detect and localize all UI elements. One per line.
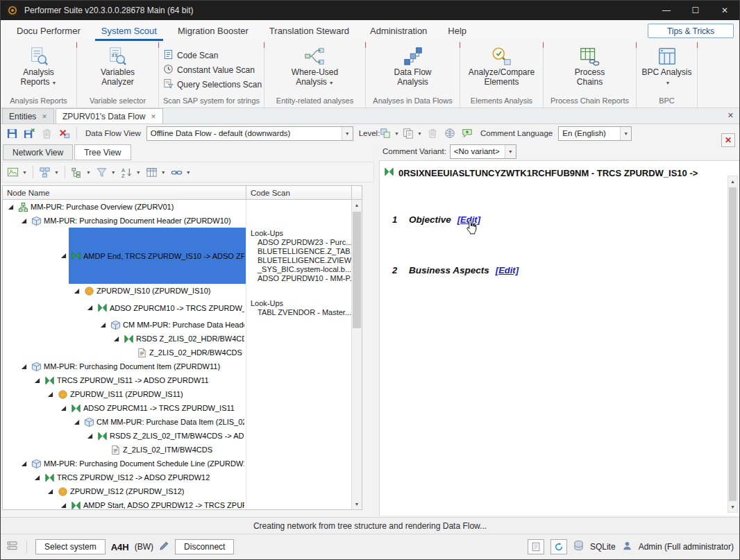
tree-row[interactable]: TRCS ZPURDW_IS12 -> ADSO ZPURDW12 <box>3 470 351 484</box>
tab-docu-performer[interactable]: Docu Performer <box>6 20 91 41</box>
scroll-up-icon[interactable]: ▲ <box>728 176 737 187</box>
scroll-down-icon[interactable]: ▼ <box>728 502 737 512</box>
expand-arrow-icon[interactable] <box>85 305 95 311</box>
where-used-analysis-button[interactable]: Where-Used Analysis▼ <box>287 43 342 88</box>
tree-row[interactable]: CM MM-PUR: Purchase Data Item (2LIS_02_I… <box>3 415 351 429</box>
expand-arrow-icon[interactable] <box>85 433 95 439</box>
link-mode-icon[interactable]: ▼ <box>169 164 193 180</box>
expand-arrow-icon[interactable] <box>98 322 108 328</box>
tree-options-icon[interactable]: ▼ <box>69 164 93 180</box>
sort-icon[interactable]: AZ▼ <box>119 164 143 180</box>
clear-dataflow-icon[interactable] <box>56 126 72 141</box>
delete-icon[interactable] <box>39 126 54 141</box>
filter-icon[interactable]: ▼ <box>94 164 118 180</box>
delete-comment-icon[interactable] <box>425 126 440 141</box>
comment-variant-select[interactable]: <No variant> ▼ <box>450 144 516 159</box>
tab-administration[interactable]: Administration <box>360 20 437 41</box>
save-all-icon[interactable] <box>22 126 37 141</box>
process-chains-button[interactable]: Process Chains <box>571 43 609 87</box>
layout-icon[interactable]: ▼ <box>37 164 61 180</box>
analyze-compare-elements-button[interactable]: Analyze/Compare Elements <box>464 43 539 87</box>
data-flow-view-select[interactable]: Offline Data Flow - default (downwards) … <box>146 126 353 141</box>
tab-migration-booster[interactable]: Migration Booster <box>167 20 259 41</box>
expand-arrow-icon[interactable] <box>19 218 29 224</box>
tree-scrollbar[interactable]: ▲ ▼ <box>351 200 362 509</box>
expand-arrow-icon[interactable] <box>58 253 69 259</box>
tab-network-view[interactable]: Network View <box>3 144 73 160</box>
scroll-down-icon[interactable]: ▼ <box>352 499 362 509</box>
tree-row[interactable]: AMDP Start, ADSO ZPURDW12 -> TRCS ZPURDW… <box>3 498 351 509</box>
tab-zpurv01-data-flow[interactable]: ZPURV01's Data Flow ✕ <box>56 108 163 124</box>
tree-row[interactable]: Z_2LIS_02_HDR/BW4CDS <box>3 346 351 359</box>
tree-row[interactable]: ADSO ZPURCM10 -> TRCS ZPURDW_IS10Look-Up… <box>3 298 351 318</box>
query-selections-scan-button[interactable]: Query Selections Scan <box>159 77 266 92</box>
expand-arrow-icon[interactable] <box>19 364 29 370</box>
tab-tree-view[interactable]: Tree View <box>74 144 131 160</box>
tree-row[interactable]: AMDP End, TRCS ZPURDW_IS10 -> ADSO ZPURD… <box>3 228 351 284</box>
tree-row[interactable]: MM-PUR: Purchasing Document Schedule Lin… <box>3 457 351 470</box>
tree-row[interactable]: RSDS Z_2LIS_02_ITM/BW4CDS -> ADSO <box>3 429 351 443</box>
tab-translation-steward[interactable]: Translation Steward <box>259 20 360 41</box>
constant-value-scan-button[interactable]: Constant Value Scan <box>159 62 259 77</box>
display-mode-icon[interactable]: ▼ <box>379 126 400 141</box>
column-header-code-scan[interactable]: Code Scan <box>246 186 351 199</box>
comment-language-select[interactable]: En (English) ▼ <box>558 126 632 141</box>
close-tab-icon[interactable]: ✕ <box>42 113 47 120</box>
expand-arrow-icon[interactable] <box>19 461 29 467</box>
scroll-thumb[interactable] <box>353 212 361 328</box>
expand-arrow-icon[interactable] <box>58 502 69 509</box>
expand-arrow-icon[interactable] <box>6 204 16 210</box>
history-icon[interactable] <box>442 126 457 141</box>
tree-row[interactable]: Z_2LIS_02_ITM/BW4CDS <box>3 443 351 457</box>
minimize-icon[interactable]: — <box>652 1 681 20</box>
section-number: 1 <box>392 214 409 225</box>
log-report-button[interactable] <box>528 539 544 554</box>
column-header-node-name[interactable]: Node Name <box>3 186 246 199</box>
tab-help[interactable]: Help <box>437 20 477 41</box>
close-document-icon[interactable]: ✕ <box>728 111 734 120</box>
detail-scrollbar[interactable]: ▲ ▼ <box>728 176 738 513</box>
disconnect-button[interactable]: Disconnect <box>175 539 234 554</box>
data-flow-analysis-button[interactable]: Data Flow Analysis <box>389 43 435 87</box>
expand-arrow-icon[interactable] <box>72 288 82 294</box>
code-scan-button[interactable]: Code Scan <box>159 48 222 62</box>
tree-row[interactable]: ZPURDW_IS11 (ZPURDW_IS11) <box>3 387 351 401</box>
scroll-up-icon[interactable]: ▲ <box>352 200 362 210</box>
expand-arrow-icon[interactable] <box>45 489 56 495</box>
expand-arrow-icon[interactable] <box>32 377 42 384</box>
add-comment-icon[interactable] <box>460 126 475 141</box>
tree-row[interactable]: CM MM-PUR: Purchase Data Header (2LIS_02… <box>3 318 351 332</box>
tree-row[interactable]: ADSO ZPURCM11 -> TRCS ZPURDW_IS11 <box>3 401 351 415</box>
variables-analyzer-button[interactable]: Variables Analyzer <box>96 43 139 87</box>
tree-row[interactable]: RSDS Z_2LIS_02_HDR/BW4CDS -> ADSO <box>3 332 351 346</box>
close-tab-icon[interactable]: ✕ <box>151 113 156 120</box>
select-system-button[interactable]: Select system <box>35 539 106 554</box>
save-icon[interactable] <box>4 126 19 141</box>
refresh-button[interactable] <box>550 539 567 554</box>
expand-arrow-icon[interactable] <box>45 391 56 398</box>
analysis-reports-button[interactable]: Analysis Reports▼ <box>17 43 61 88</box>
edit-business-aspects-link[interactable]: [Edit] <box>496 265 519 275</box>
tree-row[interactable]: ZPURDW_IS12 (ZPURDW_IS12) <box>3 484 351 498</box>
tree-row[interactable]: TRCS ZPURDW_IS11 -> ADSO ZPURDW11 <box>3 373 351 387</box>
close-panel-button[interactable]: ✕ <box>721 133 735 147</box>
close-icon[interactable]: ✕ <box>710 1 739 20</box>
tab-system-scout[interactable]: System Scout <box>91 20 167 41</box>
edit-connection-icon[interactable] <box>159 541 169 554</box>
scroll-thumb[interactable] <box>729 187 737 501</box>
expand-arrow-icon[interactable] <box>72 419 82 425</box>
tree-row[interactable]: MM-PUR: Purchase Overview (ZPURV01) <box>3 200 351 214</box>
bpc-analysis-button[interactable]: BPC Analysis ▼ <box>637 43 696 88</box>
tree-row[interactable]: ZPURDW_IS10 (ZPURDW_IS10) <box>3 284 351 298</box>
tips-and-tricks-button[interactable]: Tips & Tricks <box>648 24 734 38</box>
tree-row[interactable]: MM-PUR: Purchasing Document Item (ZPURDW… <box>3 359 351 373</box>
tab-entities[interactable]: Entities ✕ <box>2 108 54 124</box>
tree-row[interactable]: MM-PUR: Purchasing Document Header (ZPUR… <box>3 214 351 228</box>
expand-arrow-icon[interactable] <box>111 336 121 342</box>
maximize-icon[interactable]: ☐ <box>681 1 710 20</box>
expand-arrow-icon[interactable] <box>58 405 69 411</box>
export-image-icon[interactable]: ▼ <box>5 164 29 180</box>
expand-arrow-icon[interactable] <box>32 475 42 481</box>
columns-icon[interactable]: ▼ <box>144 164 168 180</box>
copy-dataflow-icon[interactable]: ▼ <box>402 126 423 141</box>
